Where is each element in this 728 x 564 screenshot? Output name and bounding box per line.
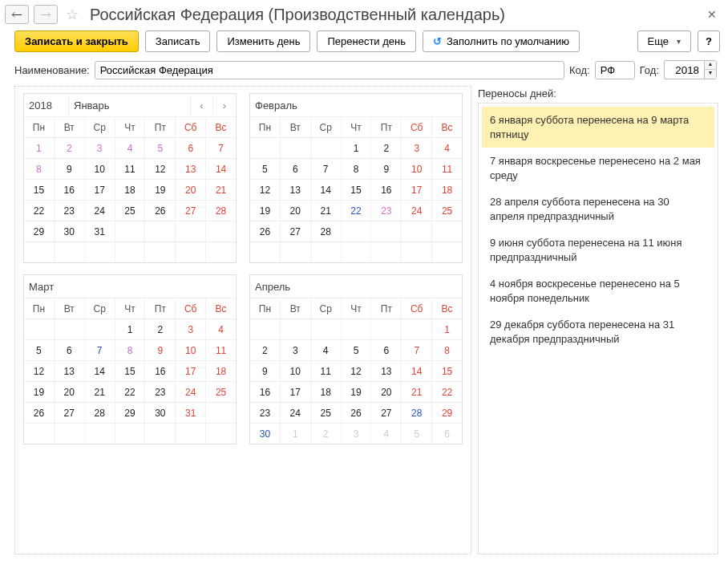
day-cell[interactable]: 4 bbox=[311, 340, 342, 360]
day-cell[interactable]: 29 bbox=[24, 221, 55, 241]
day-cell[interactable]: 19 bbox=[342, 382, 372, 402]
day-cell[interactable]: 28 bbox=[85, 403, 115, 423]
day-cell[interactable]: 16 bbox=[250, 382, 281, 402]
transfer-item[interactable]: 28 апреля суббота перенесена на 30 апрел… bbox=[482, 189, 714, 229]
day-cell[interactable]: 30 bbox=[250, 424, 281, 444]
day-cell[interactable]: 3 bbox=[342, 424, 372, 444]
day-cell[interactable]: 3 bbox=[85, 138, 115, 158]
day-cell[interactable]: 4 bbox=[371, 424, 402, 444]
day-cell[interactable]: 13 bbox=[55, 361, 85, 381]
day-cell[interactable]: 18 bbox=[115, 180, 146, 200]
day-cell[interactable]: 6 bbox=[371, 340, 402, 360]
day-cell[interactable]: 24 bbox=[176, 382, 206, 402]
day-cell[interactable]: 2 bbox=[250, 340, 281, 360]
year-up-icon[interactable]: ▲ bbox=[705, 61, 716, 70]
day-cell[interactable]: 20 bbox=[371, 382, 402, 402]
day-cell[interactable]: 7 bbox=[311, 159, 342, 179]
star-icon[interactable]: ☆ bbox=[66, 6, 79, 23]
day-cell[interactable]: 21 bbox=[85, 382, 115, 402]
day-cell[interactable]: 5 bbox=[250, 159, 281, 179]
day-cell[interactable]: 23 bbox=[55, 201, 85, 221]
day-cell[interactable]: 1 bbox=[342, 138, 372, 158]
day-cell[interactable]: 15 bbox=[342, 180, 372, 200]
day-cell[interactable]: 13 bbox=[371, 361, 402, 381]
day-cell[interactable]: 20 bbox=[55, 382, 85, 402]
day-cell[interactable]: 27 bbox=[371, 403, 402, 423]
day-cell[interactable]: 5 bbox=[24, 340, 55, 360]
day-cell[interactable]: 9 bbox=[55, 159, 85, 179]
day-cell[interactable]: 31 bbox=[85, 221, 115, 241]
day-cell[interactable]: 22 bbox=[115, 382, 146, 402]
day-cell[interactable]: 7 bbox=[402, 340, 432, 360]
move-day-button[interactable]: Перенести день bbox=[317, 30, 416, 52]
day-cell[interactable]: 12 bbox=[342, 361, 372, 381]
day-cell[interactable]: 14 bbox=[402, 361, 432, 381]
day-cell[interactable]: 22 bbox=[342, 201, 372, 221]
day-cell[interactable]: 12 bbox=[145, 159, 176, 179]
day-cell[interactable]: 28 bbox=[206, 201, 236, 221]
day-cell[interactable]: 21 bbox=[206, 180, 236, 200]
day-cell[interactable]: 6 bbox=[176, 138, 206, 158]
day-cell[interactable]: 26 bbox=[342, 403, 372, 423]
day-cell[interactable]: 6 bbox=[281, 159, 311, 179]
day-cell[interactable]: 2 bbox=[311, 424, 342, 444]
day-cell[interactable]: 22 bbox=[24, 201, 55, 221]
more-button[interactable]: Еще bbox=[637, 30, 691, 52]
change-day-button[interactable]: Изменить день bbox=[216, 30, 310, 52]
day-cell[interactable]: 1 bbox=[432, 319, 462, 339]
day-cell[interactable]: 25 bbox=[115, 201, 146, 221]
day-cell[interactable]: 9 bbox=[145, 340, 176, 360]
day-cell[interactable]: 4 bbox=[115, 138, 146, 158]
day-cell[interactable]: 16 bbox=[55, 180, 85, 200]
day-cell[interactable]: 11 bbox=[206, 340, 236, 360]
day-cell[interactable]: 2 bbox=[55, 138, 85, 158]
day-cell[interactable]: 19 bbox=[250, 201, 281, 221]
day-cell[interactable]: 18 bbox=[432, 180, 462, 200]
day-cell[interactable]: 3 bbox=[176, 319, 206, 339]
code-input[interactable] bbox=[595, 61, 635, 79]
close-icon[interactable]: ✕ bbox=[704, 8, 720, 21]
day-cell[interactable]: 1 bbox=[281, 424, 311, 444]
day-cell[interactable]: 21 bbox=[311, 201, 342, 221]
day-cell[interactable]: 17 bbox=[176, 361, 206, 381]
transfer-item[interactable]: 6 января суббота перенесена на 9 марта п… bbox=[482, 107, 714, 148]
day-cell[interactable]: 6 bbox=[55, 340, 85, 360]
year-down-icon[interactable]: ▼ bbox=[705, 70, 716, 79]
day-cell[interactable]: 28 bbox=[402, 403, 432, 423]
day-cell[interactable]: 4 bbox=[206, 319, 236, 339]
save-close-button[interactable]: Записать и закрыть bbox=[14, 30, 139, 52]
day-cell[interactable]: 2 bbox=[371, 138, 402, 158]
day-cell[interactable]: 14 bbox=[85, 361, 115, 381]
day-cell[interactable]: 1 bbox=[115, 319, 146, 339]
day-cell[interactable]: 12 bbox=[24, 361, 55, 381]
day-cell[interactable]: 17 bbox=[402, 180, 432, 200]
day-cell[interactable]: 26 bbox=[250, 221, 281, 241]
day-cell[interactable]: 26 bbox=[24, 403, 55, 423]
next-month-icon[interactable]: › bbox=[213, 96, 236, 115]
day-cell[interactable]: 2 bbox=[145, 319, 176, 339]
save-button[interactable]: Записать bbox=[145, 30, 211, 52]
day-cell[interactable]: 19 bbox=[24, 382, 55, 402]
day-cell[interactable]: 27 bbox=[281, 221, 311, 241]
day-cell[interactable]: 4 bbox=[432, 138, 462, 158]
day-cell[interactable]: 10 bbox=[85, 159, 115, 179]
transfer-item[interactable]: 9 июня суббота перенесена на 11 июня пре… bbox=[482, 229, 714, 270]
day-cell[interactable]: 5 bbox=[342, 340, 372, 360]
back-button[interactable]: 🡐 bbox=[5, 5, 29, 24]
day-cell[interactable]: 26 bbox=[145, 201, 176, 221]
fill-default-button[interactable]: ↺ Заполнить по умолчанию bbox=[423, 30, 580, 52]
day-cell[interactable]: 17 bbox=[85, 180, 115, 200]
day-cell[interactable]: 27 bbox=[55, 403, 85, 423]
year-cell[interactable]: 2018 bbox=[24, 96, 69, 115]
day-cell[interactable]: 13 bbox=[281, 180, 311, 200]
day-cell[interactable]: 10 bbox=[281, 361, 311, 381]
day-cell[interactable]: 18 bbox=[311, 382, 342, 402]
transfer-item[interactable]: 4 ноября воскресенье перенесено на 5 ноя… bbox=[482, 270, 714, 311]
prev-month-icon[interactable]: ‹ bbox=[191, 96, 213, 115]
day-cell[interactable]: 30 bbox=[55, 221, 85, 241]
day-cell[interactable]: 24 bbox=[402, 201, 432, 221]
day-cell[interactable]: 1 bbox=[24, 138, 55, 158]
day-cell[interactable]: 9 bbox=[371, 159, 402, 179]
day-cell[interactable]: 7 bbox=[85, 340, 115, 360]
day-cell[interactable]: 16 bbox=[371, 180, 402, 200]
